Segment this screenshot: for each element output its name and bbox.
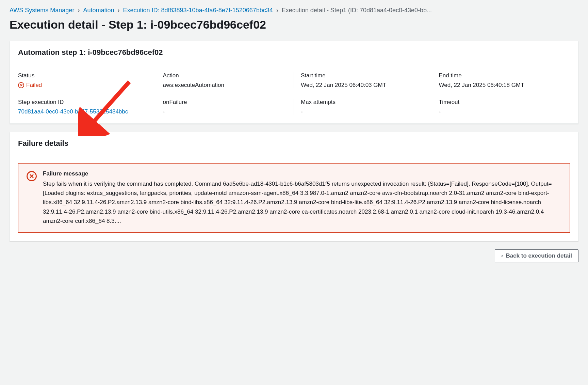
failure-details-panel: Failure details Failure message Step fai… [10,132,578,241]
breadcrumb-link-automation[interactable]: Automation [83,7,114,14]
onfailure-label: onFailure [163,99,287,106]
onfailure-value: - [163,108,287,115]
field-start-time: Start time Wed, 22 Jan 2025 06:40:03 GMT [294,72,432,89]
status-text: Failed [26,82,42,89]
breadcrumb-link-systems-manager[interactable]: AWS Systems Manager [10,7,74,14]
status-label: Status [18,72,149,79]
field-step-execution-id: Step execution ID 70d81aa4-0ec0-43e0-bb7… [18,99,156,115]
start-time-value: Wed, 22 Jan 2025 06:40:03 GMT [301,82,425,89]
failure-message-title: Failure message [43,170,561,177]
automation-step-title: Automation step 1: i-09bcec76bd96cef02 [18,48,570,57]
failure-details-title: Failure details [18,139,570,148]
error-circle-icon: ✕ [18,82,24,88]
chevron-right-icon: › [117,7,119,14]
status-value: ✕ Failed [18,82,42,89]
timeout-value: - [439,108,564,115]
breadcrumb-link-execution-id[interactable]: Execution ID: 8df83893-10ba-4fa6-8e7f-15… [123,7,273,14]
action-value: aws:executeAutomation [163,82,287,89]
field-max-attempts: Max attempts - [294,99,432,115]
page-title: Execution detail - Step 1: i-09bcec76bd9… [10,18,578,31]
error-circle-icon [27,171,37,181]
field-timeout: Timeout - [432,99,570,115]
end-time-label: End time [439,72,564,79]
failure-alert: Failure message Step fails when it is ve… [18,163,570,233]
back-to-execution-detail-button[interactable]: ‹ Back to execution detail [495,249,578,262]
breadcrumb: AWS Systems Manager › Automation › Execu… [10,7,578,14]
failure-message-body: Step fails when it is verifying the comm… [43,179,561,226]
chevron-right-icon: › [78,7,80,14]
breadcrumb-current: Execution detail - Step1 (ID: 70d81aa4-0… [282,7,432,14]
max-attempts-label: Max attempts [301,99,425,106]
end-time-value: Wed, 22 Jan 2025 06:40:18 GMT [439,82,564,89]
chevron-right-icon: › [276,7,278,14]
max-attempts-value: - [301,108,425,115]
chevron-left-icon: ‹ [501,252,503,259]
field-status: Status ✕ Failed [18,72,156,89]
start-time-label: Start time [301,72,425,79]
field-action: Action aws:executeAutomation [156,72,294,89]
timeout-label: Timeout [439,99,564,106]
back-button-label: Back to execution detail [506,252,572,259]
step-execution-id-value[interactable]: 70d81aa4-0ec0-43e0-bb77-553825484bbc [18,108,149,115]
action-label: Action [163,72,287,79]
step-execution-id-label: Step execution ID [18,99,149,106]
automation-step-panel: Automation step 1: i-09bcec76bd96cef02 S… [10,41,578,124]
field-end-time: End time Wed, 22 Jan 2025 06:40:18 GMT [432,72,570,89]
field-onfailure: onFailure - [156,99,294,115]
